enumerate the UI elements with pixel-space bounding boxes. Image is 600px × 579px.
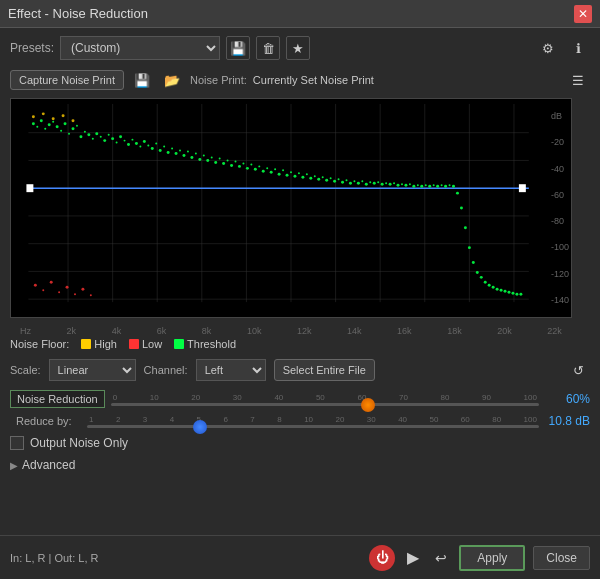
- svg-point-57: [175, 152, 178, 155]
- bottom-bar: In: L, R | Out: L, R ⏻ ▶ ↩ Apply Close: [0, 535, 600, 579]
- svg-point-82: [274, 168, 276, 170]
- close-btn[interactable]: Close: [533, 546, 590, 570]
- svg-point-34: [84, 131, 86, 133]
- svg-point-21: [32, 122, 35, 125]
- reduce-by-marks: 12345678 10203040506080100: [87, 415, 539, 424]
- info-icon[interactable]: ℹ: [566, 36, 590, 60]
- legend-threshold-dot: [174, 339, 184, 349]
- noise-reduction-track: [111, 403, 539, 406]
- legend-low: Low: [129, 338, 162, 350]
- svg-point-132: [472, 261, 475, 264]
- chart-x-labels: Hz2k4k6k8k 10k12k14k16k18k 20k22k: [10, 324, 572, 338]
- svg-point-156: [62, 114, 65, 117]
- svg-point-105: [365, 183, 368, 186]
- svg-point-100: [346, 179, 348, 181]
- svg-point-124: [441, 184, 443, 186]
- reset-btn[interactable]: ↺: [566, 358, 590, 382]
- svg-point-32: [76, 125, 78, 127]
- svg-point-83: [278, 173, 281, 176]
- svg-point-146: [42, 289, 44, 291]
- chart-y-labels: dB -20 -40 -60 -80 -100 -120 -140: [551, 99, 569, 317]
- noise-print-save-icon[interactable]: 💾: [130, 68, 154, 92]
- svg-point-138: [496, 288, 499, 291]
- presets-row: Presets: (Custom) 💾 🗑 ★ ⚙ ℹ: [10, 36, 590, 60]
- output-noise-checkbox[interactable]: [10, 436, 24, 450]
- svg-point-26: [52, 121, 54, 123]
- svg-point-85: [286, 174, 289, 177]
- svg-point-62: [195, 153, 197, 155]
- legend-row: Noise Floor: High Low Threshold: [10, 338, 590, 350]
- svg-point-63: [198, 158, 201, 161]
- svg-point-102: [353, 180, 355, 182]
- svg-point-77: [254, 168, 257, 171]
- svg-point-103: [357, 182, 360, 185]
- presets-select[interactable]: (Custom): [60, 36, 220, 60]
- svg-point-40: [108, 134, 110, 136]
- svg-point-74: [242, 162, 244, 164]
- power-btn[interactable]: ⏻: [369, 545, 395, 571]
- svg-point-36: [92, 138, 94, 140]
- svg-point-35: [87, 133, 90, 136]
- svg-point-47: [135, 142, 138, 145]
- svg-point-84: [282, 169, 284, 171]
- svg-point-152: [90, 294, 92, 296]
- bottom-controls: ⏻ ▶ ↩ Apply Close: [369, 545, 590, 571]
- noise-print-load-icon[interactable]: 📂: [160, 68, 184, 92]
- svg-point-149: [66, 286, 69, 289]
- svg-point-59: [182, 154, 185, 157]
- play-btn[interactable]: ▶: [403, 546, 423, 569]
- legend-threshold-label: Threshold: [187, 338, 236, 350]
- noise-reduction-value: 60%: [545, 392, 590, 406]
- legend-high: High: [81, 338, 117, 350]
- svg-point-136: [488, 284, 491, 287]
- preset-save-btn[interactable]: 💾: [226, 36, 250, 60]
- svg-point-87: [293, 175, 296, 178]
- svg-point-61: [190, 156, 193, 159]
- reduce-by-value: 10.8 dB: [545, 414, 590, 428]
- reduce-by-label: Reduce by:: [16, 415, 81, 427]
- svg-point-139: [500, 289, 503, 292]
- loop-btn[interactable]: ↩: [431, 548, 451, 568]
- settings-icon[interactable]: ⚙: [536, 36, 560, 60]
- svg-point-72: [235, 160, 237, 162]
- svg-point-64: [203, 154, 205, 156]
- svg-point-25: [48, 123, 51, 126]
- svg-point-67: [214, 161, 217, 164]
- select-entire-file-btn[interactable]: Select Entire File: [274, 359, 375, 381]
- apply-btn[interactable]: Apply: [459, 545, 525, 571]
- svg-point-147: [50, 281, 53, 284]
- svg-point-80: [266, 167, 268, 169]
- legend-low-dot: [129, 339, 139, 349]
- svg-point-155: [52, 117, 55, 120]
- svg-point-125: [444, 185, 447, 188]
- preset-star-btn[interactable]: ★: [286, 36, 310, 60]
- scale-label: Scale:: [10, 364, 41, 376]
- channel-select[interactable]: Left Right Both: [196, 359, 266, 381]
- channel-label: Channel:: [144, 364, 188, 376]
- svg-point-91: [309, 177, 312, 180]
- close-title-btn[interactable]: ✕: [574, 5, 592, 23]
- presets-label: Presets:: [10, 41, 54, 55]
- svg-point-75: [246, 167, 249, 170]
- svg-point-114: [401, 183, 403, 185]
- advanced-row[interactable]: ▶ Advanced: [10, 458, 590, 472]
- svg-point-79: [262, 170, 265, 173]
- output-noise-label: Output Noise Only: [30, 436, 128, 450]
- title-text: Effect - Noise Reduction: [8, 6, 148, 21]
- svg-point-117: [412, 185, 415, 188]
- noise-print-menu-icon[interactable]: ☰: [566, 68, 590, 92]
- svg-rect-19: [26, 184, 33, 192]
- advanced-chevron-icon: ▶: [10, 460, 18, 471]
- scale-select[interactable]: Linear Logarithmic: [49, 359, 136, 381]
- svg-point-30: [68, 133, 70, 135]
- noise-reduction-row: Noise Reduction 01020304050 60708090100 …: [10, 390, 590, 408]
- reduce-by-thumb[interactable]: [193, 420, 207, 434]
- svg-point-116: [409, 183, 411, 185]
- svg-point-31: [72, 127, 75, 130]
- preset-delete-btn[interactable]: 🗑: [256, 36, 280, 60]
- noise-reduction-thumb[interactable]: [361, 398, 375, 412]
- capture-noise-print-btn[interactable]: Capture Noise Print: [10, 70, 124, 90]
- svg-point-129: [460, 207, 463, 210]
- svg-point-157: [72, 119, 75, 122]
- noise-print-label: Noise Print:: [190, 74, 247, 86]
